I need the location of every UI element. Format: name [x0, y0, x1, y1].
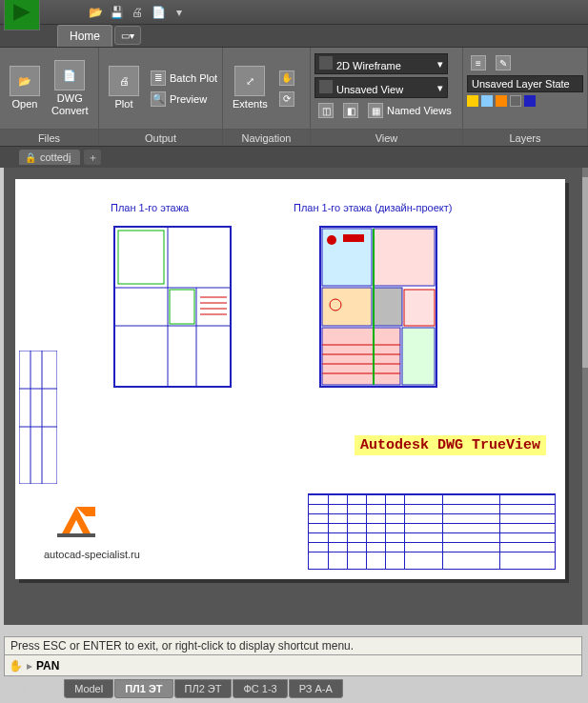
visual-style-dropdown[interactable]: 2D Wireframe▾: [314, 53, 448, 74]
svg-rect-16: [374, 288, 402, 326]
layout-tab-strip: |◂ ◂ ▸ ▸| Model ПЛ1 ЭТ ПЛ2 ЭТ ФС 1-3 РЗ …: [21, 678, 343, 699]
panel-view: 2D Wireframe▾ Unsaved View▾ ◫ ◧ ▦Named V…: [311, 48, 463, 146]
view-dropdown[interactable]: Unsaved View▾: [314, 77, 448, 98]
panel-layers: ≡ ✎ Unsaved Layer State Layers: [463, 48, 588, 146]
svg-rect-21: [343, 234, 364, 242]
layout-tab-4[interactable]: РЗ А-А: [289, 679, 343, 698]
plot-icon: 🖨: [109, 66, 139, 96]
cmd-close-icon[interactable]: ✕: [0, 652, 2, 665]
plot-button[interactable]: 🖨 Plot: [105, 64, 143, 111]
command-history: Press ESC or ENTER to exit, or right-cli…: [4, 636, 582, 655]
view-value: Unsaved View: [336, 84, 403, 95]
scrollbar-thumb[interactable]: [582, 177, 588, 368]
orbit-icon: ⟳: [279, 91, 294, 107]
layer-prop-icon: ✎: [496, 55, 511, 70]
drawing-canvas[interactable]: План 1-го этажа План 1-го этажа (дизайн-…: [4, 168, 582, 625]
layout-next-icon[interactable]: ▸: [43, 684, 51, 694]
ribbon-tab-row: Home ▭▾: [0, 25, 588, 48]
paper-sheet: План 1-го этажа План 1-го этажа (дизайн-…: [15, 179, 565, 579]
tab-home[interactable]: Home: [57, 25, 112, 47]
named-views-button[interactable]: ▦Named Views: [364, 101, 456, 120]
svg-rect-31: [19, 351, 57, 484]
layer-lock-icon[interactable]: [496, 95, 507, 107]
open-button[interactable]: 📂 Open: [6, 64, 44, 111]
cube-icon: ◫: [318, 103, 334, 118]
plot-label: Plot: [115, 98, 133, 110]
cmd-handle-icon[interactable]: ∷: [0, 636, 2, 650]
svg-rect-19: [404, 290, 435, 326]
svg-point-20: [327, 235, 336, 245]
wireframe-icon: [319, 56, 333, 70]
layer-bulb-icon[interactable]: [467, 95, 478, 107]
layer-state-dropdown[interactable]: Unsaved Layer State: [467, 75, 583, 92]
panel-view-title: View: [311, 129, 462, 146]
layout-tab-1[interactable]: ПЛ1 ЭТ: [114, 679, 172, 698]
panel-output: 🖨 Plot ≣Batch Plot 🔍Preview Output: [99, 48, 223, 146]
title-block: [308, 493, 556, 570]
extents-button[interactable]: ⤢ Extents: [229, 64, 272, 111]
command-area: ∷ ✕ Press ESC or ENTER to exit, or right…: [4, 636, 582, 676]
batch-plot-button[interactable]: ≣Batch Plot: [147, 69, 221, 88]
qat-print-icon[interactable]: 🖨: [130, 5, 145, 20]
watermark-text: Autodesk DWG TrueView: [355, 435, 546, 455]
pan-cursor-icon: ✋: [9, 659, 23, 673]
layer-icon: ≡: [471, 55, 486, 70]
chevron-down-icon: ▾: [437, 82, 443, 94]
layout-tab-3[interactable]: ФС 1-3: [233, 679, 287, 698]
command-input-row[interactable]: ✋ ▸ PAN: [4, 655, 582, 676]
named-views-icon: ▦: [368, 103, 383, 118]
qat-export-icon[interactable]: 📄: [151, 5, 166, 20]
layout-tab-model[interactable]: Model: [64, 679, 113, 698]
view-icon: [319, 80, 333, 93]
layer-color-icon[interactable]: [510, 95, 521, 107]
svg-rect-17: [322, 328, 400, 385]
plan2-title: План 1-го этажа (дизайн-проект): [294, 202, 452, 213]
new-tab-button[interactable]: ＋: [84, 150, 101, 165]
batch-plot-label: Batch Plot: [170, 72, 217, 84]
batch-plot-icon: ≣: [151, 70, 166, 86]
layer-swatch-icon[interactable]: [524, 95, 536, 107]
extents-label: Extents: [233, 98, 268, 110]
app-menu-button[interactable]: [4, 0, 40, 30]
preview-label: Preview: [170, 93, 207, 105]
document-tab-label: cottedj: [40, 151, 71, 163]
view-tool-2[interactable]: ◧: [339, 101, 362, 120]
dwg-convert-icon: 📄: [54, 60, 85, 90]
layout-tab-2[interactable]: ПЛ2 ЭТ: [174, 679, 233, 698]
panel-output-title: Output: [99, 129, 222, 146]
pan-button[interactable]: ✋: [275, 69, 298, 88]
extents-icon: ⤢: [234, 66, 265, 96]
qat-save-icon[interactable]: 💾: [109, 5, 124, 20]
named-views-label: Named Views: [387, 105, 452, 116]
pan-icon: ✋: [279, 70, 294, 86]
layer-freeze-icon[interactable]: [481, 95, 493, 107]
svg-rect-14: [374, 229, 435, 286]
floor-plan-right: [316, 221, 440, 392]
document-tab[interactable]: 🔒 cottedj: [19, 150, 80, 165]
svg-rect-15: [322, 288, 372, 326]
dwg-convert-button[interactable]: 📄 DWG Convert: [48, 58, 92, 117]
nav-icon: ◧: [343, 103, 358, 118]
qat-open-icon[interactable]: 📂: [88, 5, 103, 20]
layer-tool-2[interactable]: ✎: [492, 53, 515, 72]
vertical-scrollbar[interactable]: [582, 168, 588, 625]
layout-last-icon[interactable]: ▸|: [52, 684, 64, 694]
view-tool-1[interactable]: ◫: [314, 101, 337, 120]
site-logo-icon: [53, 501, 101, 543]
open-folder-icon: 📂: [10, 66, 40, 96]
orbit-button[interactable]: ⟳: [275, 90, 298, 109]
site-url: autocad-specialist.ru: [44, 549, 140, 560]
document-tab-strip: 🔒 cottedj ＋: [0, 147, 588, 168]
layout-prev-icon[interactable]: ◂: [33, 684, 42, 694]
layer-tool-1[interactable]: ≡: [467, 53, 490, 72]
svg-rect-30: [57, 533, 95, 537]
layout-first-icon[interactable]: |◂: [21, 684, 32, 694]
command-mode: PAN: [36, 659, 59, 673]
lock-icon: 🔒: [25, 152, 36, 163]
tab-expand-icon[interactable]: ▭▾: [114, 26, 141, 45]
svg-rect-7: [118, 231, 164, 284]
svg-rect-6: [170, 290, 194, 324]
preview-button[interactable]: 🔍Preview: [147, 90, 221, 109]
ribbon: 📂 Open 📄 DWG Convert Files 🖨 Plot ≣Batch…: [0, 48, 588, 147]
qat-dropdown-icon[interactable]: ▾: [172, 5, 187, 20]
